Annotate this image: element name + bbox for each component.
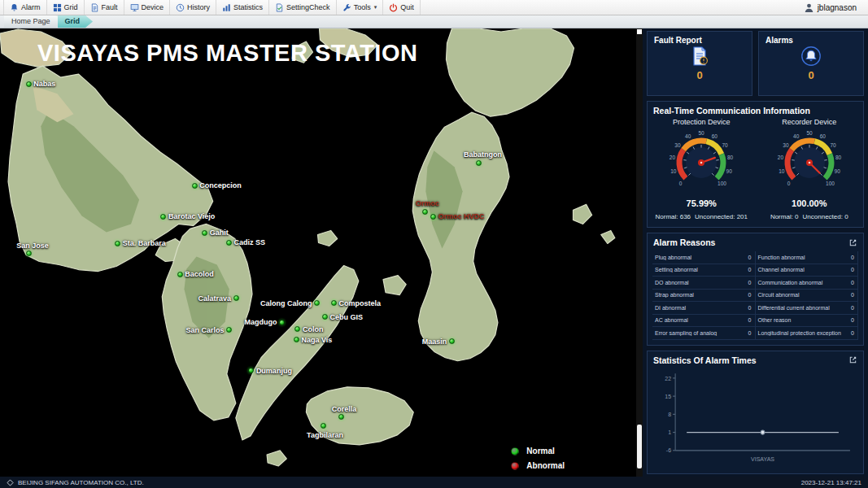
tab-grid[interactable]: Grid [58, 15, 94, 28]
station-label: Gahit [210, 229, 229, 237]
tools-button-label: Tools [354, 3, 371, 11]
fault-icon [90, 3, 99, 12]
island-samar [447, 28, 574, 116]
alarms-card[interactable]: Alarms 0 [758, 31, 864, 96]
reason-count: 0 [843, 255, 857, 260]
alarm-statistics-expand-icon[interactable] [848, 355, 857, 365]
station-label: Cebu GIS [330, 313, 364, 321]
history-button[interactable]: History [170, 0, 216, 15]
gauge-normal-count: Normal: 0 [770, 213, 799, 220]
grid-button-label: Grid [64, 3, 78, 11]
svg-text:1: 1 [668, 428, 671, 435]
gauge-value: 75.99% [687, 198, 717, 208]
reason-count: 0 [740, 330, 755, 336]
status-bar: BEIJING SIFANG AUTOMATION CO., LTD. 2023… [0, 477, 868, 488]
reason-count: 0 [740, 292, 755, 298]
map-terrain [0, 28, 636, 477]
fault-button-label: Fault [102, 3, 118, 11]
fault-report-card[interactable]: Fault Report 0 [647, 31, 752, 96]
reason-label: Differential current abnormal [756, 305, 844, 311]
station-label: San Carlos [185, 326, 224, 334]
alarm-reasons-expand-icon[interactable] [848, 237, 857, 247]
island-leyte [412, 112, 509, 361]
legend-label: Normal [526, 447, 554, 455]
gauge-unconnected-count: Unconnected: 0 [803, 213, 848, 220]
reason-label: Setting abnormal [652, 267, 740, 272]
gauge-protection-device: Protection Device01020304050607080901007… [648, 118, 756, 225]
history-icon [176, 3, 185, 12]
legend-label: Abnormal [526, 461, 565, 470]
svg-text:50: 50 [699, 130, 705, 136]
status-dot-normal [422, 209, 428, 215]
svg-text:10: 10 [670, 168, 677, 174]
map-panel[interactable]: VISAYAS PMS MASTER STATION NabasConcepci… [0, 28, 636, 477]
reason-count: 0 [843, 305, 857, 311]
svg-text:22: 22 [665, 374, 671, 381]
station-label: Ormoc [416, 199, 439, 207]
tab-home-page[interactable]: Home Page [4, 15, 63, 28]
station-label: Babatngon [464, 150, 502, 159]
status-dot-normal [279, 320, 285, 325]
station-label: Cadiz SS [234, 238, 266, 246]
device-button[interactable]: Device [124, 0, 171, 15]
reason-label: Longitudinal protection exception [756, 330, 844, 336]
status-dot-normal [430, 214, 436, 220]
station-label: Calatrava [198, 294, 232, 303]
island-camotes [383, 276, 406, 295]
svg-text:8: 8 [668, 410, 671, 417]
svg-text:-6: -6 [666, 447, 671, 454]
status-dot-normal [26, 81, 32, 87]
alarm-icon [10, 3, 19, 12]
tools-button[interactable]: Tools▾ [337, 0, 384, 15]
scrollbar-thumb[interactable] [637, 425, 642, 468]
station-label: Dumanjug [256, 367, 292, 375]
alarms-title: Alarms [759, 32, 793, 45]
company-name: BEIJING SIFANG AUTOMATION CO., LTD. [18, 479, 144, 486]
grid-button[interactable]: Grid [47, 0, 85, 15]
settingcheck-icon [275, 3, 284, 12]
svg-text:90: 90 [834, 168, 840, 174]
reason-count: 0 [740, 267, 755, 272]
sifang-logo-icon [7, 479, 14, 486]
station-label: Compostela [339, 299, 382, 307]
legend-item-abnormal: Abnormal [511, 461, 565, 470]
gauge-title: Protection Device [673, 118, 731, 126]
quit-button[interactable]: Quit [383, 0, 421, 15]
svg-text:20: 20 [670, 155, 676, 160]
map-scrollbar[interactable] [636, 28, 643, 477]
status-dot-normal [192, 183, 198, 189]
svg-text:40: 40 [793, 133, 800, 139]
svg-text:80: 80 [835, 155, 842, 160]
alarm-button[interactable]: Alarm [3, 0, 47, 15]
station-label: Bacolod [185, 270, 214, 278]
islet-east-1 [574, 204, 592, 224]
settingcheck-button-label: SettingCheck [286, 3, 330, 11]
settingcheck-button[interactable]: SettingCheck [269, 0, 337, 15]
realtime-communication-title: Real-Time Communication Information [653, 106, 810, 115]
station-label: Sta. Barbara [123, 239, 166, 247]
station-label: Tagbilaran [307, 431, 343, 439]
svg-text:80: 80 [727, 155, 734, 160]
reason-row-circuit-abnormal: Circuit abnormal0 [756, 290, 858, 303]
map-legend: NormalAbnormal [511, 441, 565, 470]
svg-text:40: 40 [685, 133, 691, 139]
reason-label: Other reason [756, 317, 844, 323]
fault-report-icon [689, 46, 710, 68]
tools-icon [342, 3, 351, 12]
status-dot-normal [233, 295, 239, 301]
reason-count: 0 [740, 305, 755, 311]
station-label: San Jose [16, 242, 49, 250]
fault-button[interactable]: Fault [85, 0, 124, 15]
user-menu[interactable]: jblagnason [804, 2, 865, 13]
legend-dot-icon [511, 447, 519, 455]
reason-row-di-abnormal: DI abnormal0 [652, 302, 755, 315]
history-button-label: History [187, 3, 210, 11]
statistics-button[interactable]: Statistics [216, 0, 269, 15]
scrollbar-top-button[interactable] [637, 29, 642, 34]
alarm-reasons-title: Alarm Reasons [653, 237, 715, 247]
dropdown-caret-icon: ▾ [374, 4, 377, 11]
gauge-title: Recorder Device [782, 118, 836, 126]
reason-label: Circuit abnormal [756, 292, 844, 298]
alarm-bell-icon [800, 46, 822, 68]
svg-text:70: 70 [830, 142, 836, 148]
